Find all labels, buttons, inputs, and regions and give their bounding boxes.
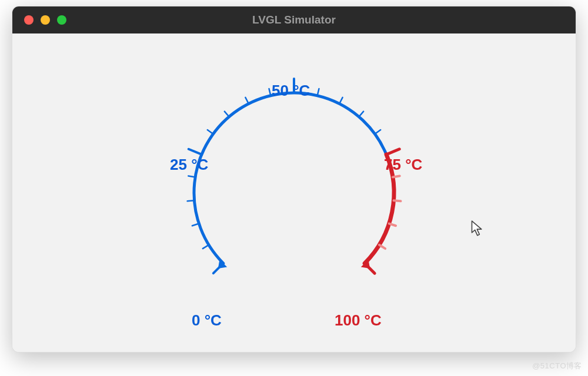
minimize-icon[interactable] (41, 15, 50, 25)
gauge-label-25: 25 °C (170, 156, 208, 174)
svg-line-1 (203, 245, 209, 249)
watermark: @51CTO博客 (532, 361, 582, 371)
svg-line-7 (225, 112, 229, 117)
svg-line-12 (339, 98, 342, 104)
gauge-label-0: 0 °C (192, 311, 222, 330)
gauge-label-100: 100 °C (335, 311, 382, 330)
svg-line-15 (386, 149, 399, 155)
cursor-icon (471, 220, 485, 237)
gauge-label-50: 50 °C (272, 82, 310, 100)
gauge-label-75: 75 °C (384, 156, 422, 174)
simulator-canvas: 0 °C 25 °C 50 °C 75 °C 100 °C (12, 33, 576, 352)
app-window: LVGL Simulator 0 °C 25 °C 50 °C 75 °C 10… (12, 6, 576, 352)
svg-line-16 (393, 176, 400, 177)
svg-line-3 (188, 200, 195, 201)
window-title: LVGL Simulator (12, 14, 576, 26)
zoom-icon[interactable] (57, 15, 66, 25)
close-icon[interactable] (24, 15, 34, 25)
svg-line-6 (208, 130, 213, 134)
svg-line-8 (245, 98, 248, 104)
svg-line-19 (379, 245, 385, 249)
svg-line-14 (375, 130, 381, 134)
window-controls (12, 15, 66, 25)
titlebar: LVGL Simulator (12, 6, 576, 33)
svg-line-5 (189, 149, 202, 155)
svg-line-13 (359, 112, 363, 117)
svg-line-2 (192, 224, 199, 226)
svg-line-17 (393, 200, 400, 201)
